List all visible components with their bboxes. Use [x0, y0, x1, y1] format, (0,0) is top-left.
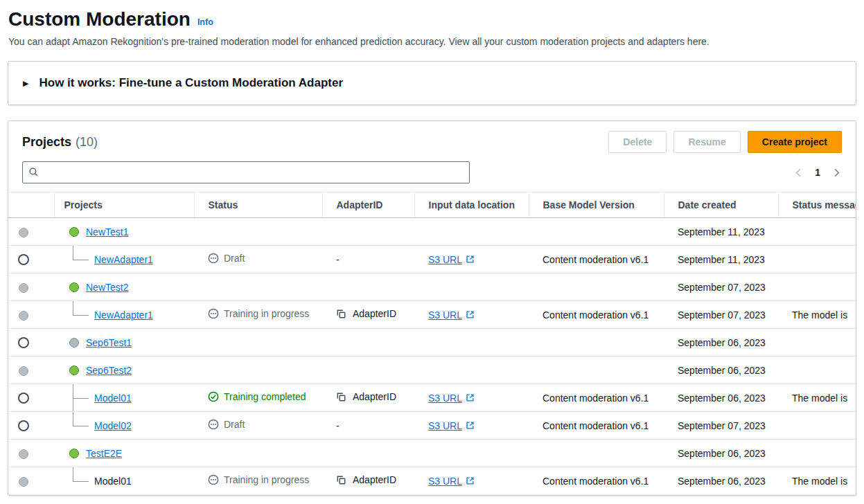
next-page-button[interactable] — [831, 168, 842, 178]
project-name-link[interactable]: NewTest2 — [86, 282, 128, 293]
adapter-name-link[interactable]: Model02 — [94, 420, 132, 431]
project-name-link[interactable]: Sep6Test1 — [86, 337, 132, 348]
delete-button[interactable]: Delete — [608, 131, 667, 153]
row-radio — [19, 228, 28, 237]
date-created: September 06, 2023 — [678, 393, 766, 404]
adapter-row: NewAdapter1Draft-S3 URLContent moderatio… — [8, 246, 856, 273]
status-message: The model is — [792, 309, 847, 321]
project-status-dot — [69, 449, 79, 458]
how-it-works-expander[interactable]: ▶ How it works: Fine-tune a Custom Moder… — [8, 61, 856, 105]
base-model-version: Content moderation v6.1 — [543, 420, 649, 431]
previous-page-button — [793, 168, 804, 178]
date-created-cell: September 07, 2023 — [664, 412, 778, 440]
project-name-link[interactable]: Sep6Test2 — [86, 365, 132, 376]
external-link-icon — [466, 476, 475, 485]
s3-url-link[interactable]: S3 URL — [428, 309, 475, 321]
selection-cell — [8, 218, 54, 246]
column-header-base-model-version: Base Model Version — [529, 192, 664, 218]
row-radio[interactable] — [18, 254, 29, 265]
project-row: Sep6Test1September 06, 2023 — [8, 329, 856, 357]
selection-cell — [8, 440, 54, 467]
copy-icon[interactable] — [336, 309, 346, 319]
tree-connector-icon — [73, 301, 89, 316]
date-created: September 07, 2023 — [678, 420, 766, 431]
s3-url-link[interactable]: S3 URL — [428, 420, 475, 431]
name-cell: Sep6Test2 — [54, 357, 194, 384]
s3-location-cell — [414, 218, 529, 246]
copy-icon[interactable] — [336, 475, 346, 485]
s3-url-label: S3 URL — [428, 309, 462, 321]
s3-url-link[interactable]: S3 URL — [428, 476, 475, 487]
search-input[interactable] — [22, 161, 470, 183]
selection-cell — [8, 357, 54, 384]
adapter-row: Model01Training in progressAdapterIDS3 U… — [8, 467, 856, 495]
status-indicator: Training completed — [208, 391, 306, 402]
s3-location-cell: S3 URL — [414, 384, 529, 412]
row-radio[interactable] — [18, 337, 29, 348]
status-message-cell — [778, 440, 856, 467]
page-header: Custom Moderation Info You can adapt Ama… — [0, 0, 864, 47]
adapter-id: AdapterID — [336, 474, 396, 485]
base-model-cell: Content moderation v6.1 — [529, 467, 664, 495]
tree-connector-icon — [73, 246, 89, 260]
project-name-link[interactable]: TestE2E — [86, 448, 122, 459]
base-model-version: Content moderation v6.1 — [543, 393, 649, 404]
project-row: Sep6Test2September 06, 2023 — [8, 357, 856, 384]
adapter-id-label: AdapterID — [353, 391, 396, 402]
status-label: Training in progress — [224, 308, 309, 319]
row-radio — [19, 311, 28, 321]
s3-location-cell: S3 URL — [414, 246, 529, 273]
adapter-name-link[interactable]: NewAdapter1 — [94, 254, 153, 265]
base-model-cell: Content moderation v6.1 — [529, 412, 664, 440]
adapter-name-link[interactable]: NewAdapter1 — [94, 309, 153, 321]
external-link-icon — [466, 310, 475, 319]
s3-url-link[interactable]: S3 URL — [428, 393, 475, 404]
name-cell: Model02 — [54, 412, 194, 440]
base-model-version: Content moderation v6.1 — [543, 476, 649, 487]
date-created: September 06, 2023 — [678, 337, 766, 348]
date-created-cell: September 11, 2023 — [664, 218, 778, 246]
external-link-icon — [466, 421, 475, 430]
status-cell — [194, 329, 322, 357]
tree-connector-icon — [73, 467, 89, 482]
projects-heading-title: Projects — [22, 135, 71, 149]
status-cell — [194, 218, 322, 246]
s3-url-link[interactable]: S3 URL — [428, 254, 475, 265]
adapter-id-cell: AdapterID — [322, 467, 414, 495]
status-indicator: Draft — [208, 419, 245, 430]
adapter-id: AdapterID — [336, 391, 396, 402]
s3-location-cell — [414, 273, 529, 301]
column-header-status-message: Status message — [778, 192, 856, 218]
adapter-name-link[interactable]: Model01 — [94, 393, 132, 404]
copy-icon[interactable] — [336, 392, 346, 402]
date-created-cell: September 11, 2023 — [664, 246, 778, 273]
project-status-dot — [69, 338, 79, 348]
resume-button[interactable]: Resume — [673, 131, 740, 153]
base-model-cell: Content moderation v6.1 — [529, 301, 664, 329]
adapter-id-label: AdapterID — [353, 308, 396, 319]
project-row: TestE2ESeptember 06, 2023 — [8, 440, 856, 467]
base-model-cell — [529, 357, 664, 384]
projects-panel: Projects(10) Delete Resume Create projec… — [8, 120, 856, 496]
current-page[interactable]: 1 — [815, 167, 820, 178]
project-name-link[interactable]: NewTest1 — [86, 226, 128, 237]
tree-connector-icon — [73, 384, 89, 399]
tree-connector-icon — [73, 412, 89, 426]
adapter-row: Model02Draft-S3 URLContent moderation v6… — [8, 412, 856, 440]
expand-caret-icon: ▶ — [23, 80, 28, 87]
date-created-cell: September 07, 2023 — [664, 273, 778, 301]
row-radio[interactable] — [18, 420, 29, 431]
column-header-adapter-id: AdapterID — [322, 192, 414, 218]
adapter-id-cell: AdapterID — [322, 301, 414, 329]
adapter-id-cell: AdapterID — [322, 384, 414, 412]
status-cell — [194, 357, 322, 384]
table-toolbar: 1 — [8, 156, 856, 192]
row-radio[interactable] — [18, 393, 29, 404]
panel-actions: Delete Resume Create project — [608, 131, 842, 153]
column-header-input-data-location: Input data location — [414, 192, 529, 218]
status-cell: Draft — [194, 246, 322, 273]
name-cell: NewAdapter1 — [54, 246, 194, 273]
how-it-works-title: How it works: Fine-tune a Custom Moderat… — [39, 76, 343, 90]
info-link[interactable]: Info — [197, 17, 213, 27]
create-project-button[interactable]: Create project — [748, 131, 842, 153]
